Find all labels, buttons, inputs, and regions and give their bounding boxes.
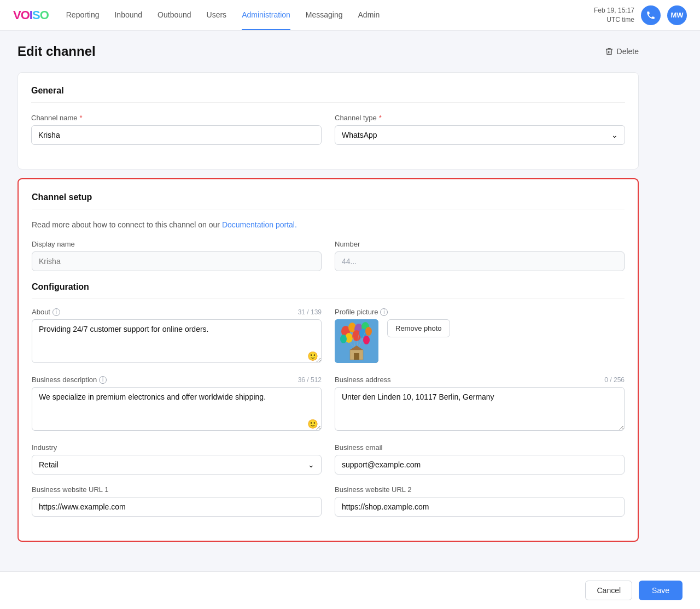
business-email-input[interactable]: [335, 455, 625, 475]
industry-label: Industry: [32, 443, 322, 452]
page-content: Edit channel Delete General Channel name…: [0, 31, 656, 596]
page-footer: Cancel Save: [0, 571, 700, 596]
nav-users[interactable]: Users: [207, 1, 227, 30]
profile-info-icon: i: [380, 308, 388, 316]
url2-group: Business website URL 2: [335, 485, 625, 517]
business-email-group: Business email: [335, 443, 625, 475]
business-desc-label: Business description i: [32, 376, 107, 384]
svg-point-9: [340, 335, 347, 343]
configuration-title: Configuration: [32, 282, 625, 299]
about-textarea-wrapper: Providing 24/7 customer support for onli…: [32, 319, 322, 365]
channel-name-input[interactable]: [31, 125, 322, 145]
url2-input[interactable]: [335, 497, 625, 517]
about-info-icon: i: [52, 308, 60, 316]
svg-rect-17: [354, 353, 359, 360]
delete-label: Delete: [617, 47, 639, 56]
page-title: Edit channel: [18, 44, 96, 59]
number-group: Number: [335, 240, 625, 271]
channel-name-group: Channel name *: [31, 114, 322, 145]
user-avatar[interactable]: MW: [667, 5, 687, 25]
nav-messaging[interactable]: Messaging: [306, 1, 343, 30]
desc-address-row: Business description i 36 / 512 We speci…: [32, 376, 625, 432]
display-name-group: Display name: [32, 240, 322, 271]
save-button[interactable]: Save: [639, 581, 682, 596]
svg-point-8: [365, 327, 372, 336]
channel-type-group: Channel type * WhatsApp ⌄: [335, 114, 625, 145]
number-label: Number: [335, 240, 625, 248]
industry-select[interactable]: Retail ⌄: [32, 455, 322, 475]
nav-admin[interactable]: Admin: [358, 1, 380, 30]
business-desc-char-count: 36 / 512: [298, 376, 322, 384]
about-emoji-button[interactable]: 🙂: [307, 351, 318, 361]
cancel-button[interactable]: Cancel: [585, 581, 632, 596]
nav-right: Feb 19, 15:17 UTC time MW: [594, 5, 687, 25]
business-address-label: Business address: [335, 376, 391, 384]
channel-type-select[interactable]: WhatsApp ⌄: [335, 125, 625, 145]
url1-input[interactable]: [32, 497, 322, 517]
business-desc-info-icon: i: [99, 376, 107, 384]
nav-inbound[interactable]: Inbound: [114, 1, 142, 30]
nav-administration[interactable]: Administration: [242, 1, 290, 30]
about-label: About i: [32, 308, 60, 316]
about-profile-row: About i 31 / 139 Providing 24/7 customer…: [32, 308, 625, 365]
chevron-down-icon: ⌄: [611, 131, 618, 139]
business-address-char-count: 0 / 256: [604, 376, 625, 384]
business-address-group: Business address 0 / 256 Unter den Linde…: [335, 376, 625, 432]
channel-type-label: Channel type *: [335, 114, 625, 122]
page-header: Edit channel Delete: [18, 44, 639, 59]
industry-email-row: Industry Retail ⌄ Business email: [32, 443, 625, 475]
doc-link-text: Read more about how to connect to this c…: [32, 220, 625, 229]
general-form-row: Channel name * Channel type * WhatsApp ⌄: [31, 114, 625, 145]
balloon-image: [335, 319, 378, 363]
business-desc-wrapper: We specialize in premium electronics and…: [32, 387, 322, 432]
industry-group: Industry Retail ⌄: [32, 443, 322, 475]
about-group: About i 31 / 139 Providing 24/7 customer…: [32, 308, 322, 365]
url1-group: Business website URL 1: [32, 485, 322, 517]
business-desc-emoji-button[interactable]: 🙂: [307, 419, 318, 429]
general-title: General: [31, 86, 625, 103]
url-row: Business website URL 1 Business website …: [32, 485, 625, 517]
nav-time: Feb 19, 15:17 UTC time: [594, 6, 634, 25]
navbar: VOISO Reporting Inbound Outbound Users A…: [0, 0, 700, 31]
profile-pic-thumbnail: [335, 319, 378, 363]
nav-reporting[interactable]: Reporting: [66, 1, 100, 30]
business-desc-group: Business description i 36 / 512 We speci…: [32, 376, 322, 432]
number-input: [335, 251, 625, 271]
nav-outbound[interactable]: Outbound: [158, 1, 191, 30]
display-number-row: Display name Number: [32, 240, 625, 271]
url2-label: Business website URL 2: [335, 485, 625, 494]
about-char-count: 31 / 139: [298, 308, 322, 316]
business-desc-textarea[interactable]: We specialize in premium electronics and…: [32, 387, 322, 431]
profile-picture-group: Profile picture i: [335, 308, 625, 365]
logo: VOISO: [13, 8, 49, 22]
about-textarea[interactable]: Providing 24/7 customer support for onli…: [32, 319, 322, 363]
general-card: General Channel name * Channel type * Wh…: [18, 72, 639, 169]
remove-photo-button[interactable]: Remove photo: [387, 319, 450, 337]
channel-setup-title: Channel setup: [32, 192, 625, 209]
industry-chevron-icon: ⌄: [308, 460, 314, 469]
url1-label: Business website URL 1: [32, 485, 322, 494]
svg-point-10: [363, 336, 370, 344]
phone-button[interactable]: [641, 5, 661, 25]
delete-button[interactable]: Delete: [605, 47, 639, 56]
business-address-textarea[interactable]: Unter den Linden 10, 10117 Berlin, Germa…: [335, 387, 625, 431]
business-email-label: Business email: [335, 443, 625, 452]
documentation-portal-link[interactable]: Documentation portal.: [222, 220, 297, 229]
nav-links: Reporting Inbound Outbound Users Adminis…: [66, 1, 594, 30]
channel-name-label: Channel name *: [31, 114, 322, 122]
display-name-input: [32, 251, 322, 271]
profile-pic-area: Remove photo: [335, 319, 625, 363]
profile-picture-label: Profile picture i: [335, 308, 625, 316]
display-name-label: Display name: [32, 240, 322, 248]
channel-setup-card: Channel setup Read more about how to con…: [18, 178, 639, 542]
